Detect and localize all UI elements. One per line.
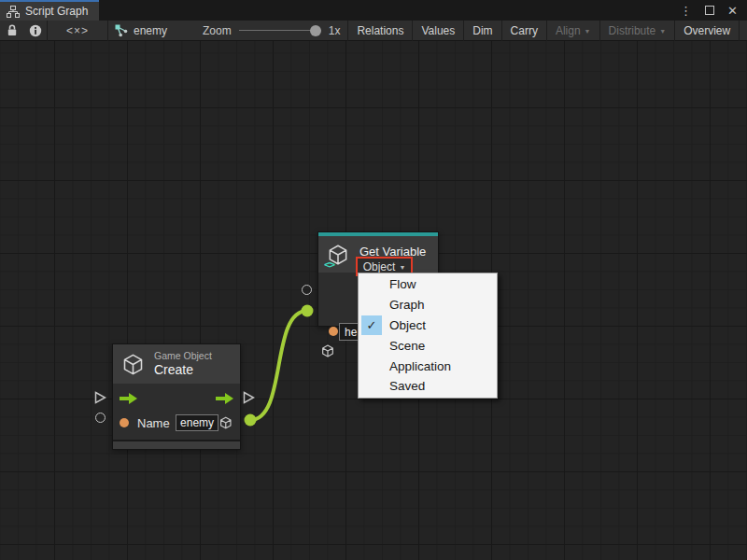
window-controls: ⋮ ✕: [680, 0, 747, 21]
flow-output-port[interactable]: [243, 391, 255, 404]
object-input-port-icon[interactable]: [320, 343, 335, 358]
code-icon: <×>: [66, 24, 89, 37]
wire-source-port[interactable]: [245, 414, 257, 427]
graph-canvas[interactable]: Game Object Create Name enem: [0, 41, 747, 560]
game-object-cube-icon: [120, 352, 146, 377]
inspect-button[interactable]: [23, 21, 47, 41]
zoom-control: 1x: [239, 24, 348, 37]
zoom-label: Zoom: [203, 24, 232, 37]
graph-reference[interactable]: enemy: [108, 21, 176, 41]
code-brackets-icon: <>: [324, 259, 334, 271]
info-icon: [29, 24, 42, 37]
menu-item-saved[interactable]: Saved: [359, 376, 497, 397]
dim-button[interactable]: Dim: [464, 21, 500, 41]
node-body: Name enemy: [113, 384, 240, 440]
node-category: Game Object: [154, 350, 212, 362]
scope-dropdown-menu: Flow Graph ✓ Object Scene Application Sa…: [358, 273, 498, 399]
graph-toolbar: <×> enemy Zoom 1x Relations Values Dim: [0, 21, 747, 41]
value-port-dot[interactable]: [120, 418, 129, 427]
maximize-icon[interactable]: [705, 6, 714, 15]
zoom-value: 1x: [329, 24, 341, 37]
flow-output-arrow-icon[interactable]: [216, 393, 233, 404]
lock-button[interactable]: [0, 21, 23, 41]
script-graph-window: Script Graph ⋮ ✕ <×>: [0, 0, 747, 560]
name-port-label: Name: [137, 416, 170, 430]
node-game-object-create[interactable]: Game Object Create Name enem: [112, 343, 241, 450]
relations-button[interactable]: Relations: [348, 21, 412, 41]
flow-input-arrow-icon[interactable]: [120, 393, 137, 404]
game-object-output-port-icon[interactable]: [218, 415, 233, 430]
zoom-slider-handle[interactable]: [310, 25, 321, 36]
full-screen-button[interactable]: Full Screen: [740, 21, 747, 41]
flow-input-port[interactable]: [94, 391, 106, 404]
name-input-field[interactable]: enemy: [176, 414, 219, 431]
graph-reference-name: enemy: [134, 24, 167, 37]
name-input-port[interactable]: [95, 413, 106, 423]
name-port-row: Name enemy: [113, 413, 240, 433]
close-icon[interactable]: ✕: [727, 5, 738, 17]
values-button[interactable]: Values: [413, 21, 463, 41]
graph-hierarchy-icon: [7, 6, 20, 18]
distribute-button[interactable]: Distribute▼: [600, 21, 675, 41]
menu-item-scene[interactable]: Scene: [359, 335, 497, 356]
chevron-down-icon: ▼: [399, 264, 405, 271]
checkmark-icon: ✓: [361, 315, 382, 336]
tab-script-graph[interactable]: Script Graph: [0, 0, 99, 21]
node-title: Create: [154, 362, 212, 378]
menu-item-flow[interactable]: Flow: [359, 274, 497, 295]
lock-icon: [7, 24, 18, 36]
node-header[interactable]: Game Object Create: [113, 344, 240, 384]
carry-button[interactable]: Carry: [502, 21, 546, 41]
wire-target-port[interactable]: [302, 305, 314, 317]
menu-item-object[interactable]: ✓ Object: [359, 315, 497, 336]
connection-wire[interactable]: [250, 311, 307, 420]
align-button[interactable]: Align▼: [547, 21, 599, 41]
value-port-dot[interactable]: [329, 327, 338, 336]
overview-button[interactable]: Overview: [675, 21, 739, 41]
chevron-down-icon: ▼: [585, 28, 591, 35]
flow-port-row: [113, 388, 240, 409]
menu-item-graph[interactable]: Graph: [359, 295, 497, 315]
code-view-button[interactable]: <×>: [48, 21, 107, 41]
menu-item-application[interactable]: Application: [359, 356, 497, 376]
node-header[interactable]: <> Get Variable Object ▼: [318, 236, 438, 273]
chevron-down-icon: ▼: [659, 28, 666, 35]
tab-bar: Script Graph ⋮ ✕: [0, 0, 747, 21]
node-footer: [113, 440, 240, 449]
window-menu-icon[interactable]: ⋮: [680, 5, 692, 17]
graph-asset-icon: [114, 23, 129, 37]
tab-title: Script Graph: [25, 5, 88, 18]
zoom-slider[interactable]: [239, 25, 321, 36]
zoom-slider-track[interactable]: [239, 30, 321, 31]
variable-name-input-port[interactable]: [302, 285, 312, 295]
